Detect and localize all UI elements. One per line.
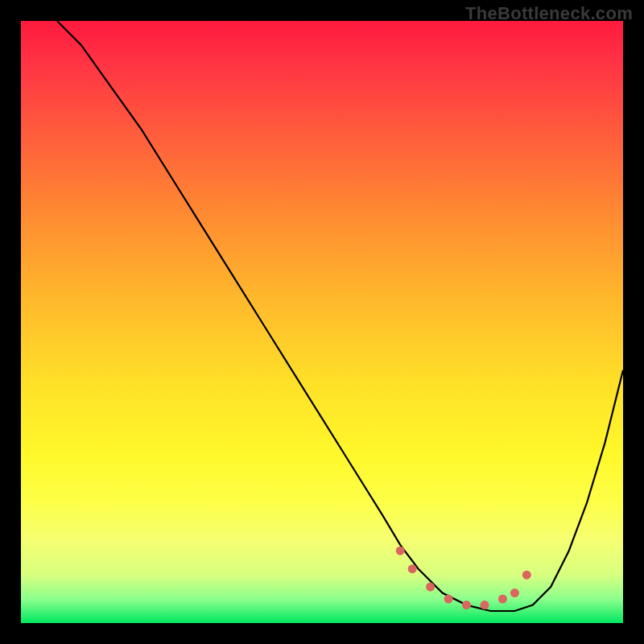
- marker-dot: [481, 601, 489, 609]
- marker-dot: [396, 547, 405, 555]
- chart-plot-area: [21, 21, 623, 623]
- marker-dots: [396, 547, 531, 609]
- marker-dot: [498, 595, 507, 604]
- marker-dot: [426, 583, 435, 592]
- marker-dot: [444, 595, 453, 604]
- bottleneck-curve: [57, 21, 623, 611]
- marker-dot: [522, 571, 531, 580]
- marker-dot: [462, 601, 471, 609]
- marker-dot: [510, 588, 519, 597]
- chart-svg: [21, 21, 623, 623]
- marker-dot: [408, 564, 417, 573]
